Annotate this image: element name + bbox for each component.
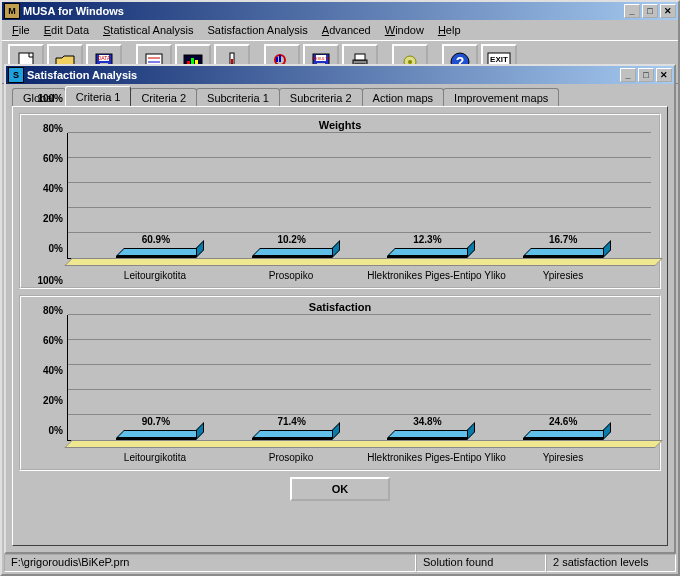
x-axis-label: Leitourgikotita (95, 452, 215, 463)
satisfaction-y-axis: 0% 20% 40% 60% 80% 100% (29, 315, 67, 465)
bar-value-label: 16.7% (549, 234, 577, 245)
weights-y-axis: 0% 20% 40% 60% 80% 100% (29, 133, 67, 283)
tab-subcriteria-2[interactable]: Subcriteria 2 (279, 88, 363, 106)
svg-rect-26 (355, 54, 365, 60)
bar: 10.2% (232, 256, 351, 258)
weights-chart: Weights 0% 20% 40% 60% 80% 100% (19, 113, 661, 289)
menu-file[interactable]: File (6, 22, 36, 38)
svg-text:DATA: DATA (98, 55, 111, 61)
menu-statistical-analysis[interactable]: Statistical Analysis (97, 22, 200, 38)
child-close-button[interactable]: ✕ (656, 68, 672, 82)
tab-bar: Global Criteria 1 Criteria 2 Subcriteria… (12, 88, 668, 106)
x-axis-label: Prosopiko (231, 270, 351, 281)
child-title: Satisfaction Analysis (27, 69, 137, 81)
bar: 24.6% (503, 438, 622, 440)
bar: 12.3% (368, 256, 487, 258)
bar-value-label: 24.6% (549, 416, 577, 427)
bar-value-label: 12.3% (413, 234, 441, 245)
menu-advanced[interactable]: Advanced (316, 22, 377, 38)
tab-improvement-maps[interactable]: Improvement maps (443, 88, 559, 106)
titlebar: M MUSA for Windows _ □ ✕ (2, 2, 678, 20)
child-titlebar: S Satisfaction Analysis _ □ ✕ (6, 66, 674, 84)
mdi-area: S Satisfaction Analysis _ □ ✕ Global Cri… (4, 64, 676, 554)
bar-value-label: 90.7% (142, 416, 170, 427)
child-maximize-button[interactable]: □ (638, 68, 654, 82)
x-axis-label: Leitourgikotita (95, 270, 215, 281)
weights-x-labels: LeitourgikotitaProsopikoHlektronikes Pig… (67, 270, 651, 281)
statusbar: F:\grigoroudis\BiKeP.prn Solution found … (4, 554, 676, 572)
satisfaction-x-labels: LeitourgikotitaProsopikoHlektronikes Pig… (67, 452, 651, 463)
svg-text:EXIT: EXIT (490, 55, 508, 64)
bar: 16.7% (503, 256, 622, 258)
ok-button[interactable]: OK (290, 477, 390, 501)
tab-content: Weights 0% 20% 40% 60% 80% 100% (12, 106, 668, 546)
menu-edit-data[interactable]: Edit Data (38, 22, 95, 38)
x-axis-label: Hlektronikes Piges-Entipo Yliko (367, 270, 487, 281)
svg-rect-19 (276, 57, 278, 62)
satisfaction-plot: 90.7% 71.4% 34.8% 24.6% (67, 315, 651, 441)
x-axis-label: Prosopiko (231, 452, 351, 463)
menu-window[interactable]: Window (379, 22, 430, 38)
bar: 71.4% (232, 438, 351, 440)
bar: 60.9% (96, 256, 215, 258)
menu-help[interactable]: Help (432, 22, 467, 38)
main-window: M MUSA for Windows _ □ ✕ File Edit Data … (0, 0, 680, 576)
tab-criteria-2[interactable]: Criteria 2 (130, 88, 197, 106)
weights-chart-title: Weights (29, 119, 651, 131)
bar-value-label: 34.8% (413, 416, 441, 427)
status-solution: Solution found (416, 554, 546, 572)
bar-value-label: 71.4% (277, 416, 305, 427)
child-icon: S (8, 67, 24, 83)
weights-plot: 60.9% 10.2% 12.3% 16.7% (67, 133, 651, 259)
satisfaction-chart: Satisfaction 0% 20% 40% 60% 80% 100% (19, 295, 661, 471)
close-button[interactable]: ✕ (660, 4, 676, 18)
tab-action-maps[interactable]: Action maps (362, 88, 445, 106)
svg-rect-20 (279, 55, 281, 62)
status-path: F:\grigoroudis\BiKeP.prn (4, 554, 416, 572)
app-icon: M (4, 3, 20, 19)
child-window: S Satisfaction Analysis _ □ ✕ Global Cri… (4, 64, 676, 554)
satisfaction-chart-title: Satisfaction (29, 301, 651, 313)
window-title: MUSA for Windows (23, 5, 124, 17)
x-axis-label: Ypiresies (503, 270, 623, 281)
bar-value-label: 10.2% (277, 234, 305, 245)
child-minimize-button[interactable]: _ (620, 68, 636, 82)
tab-subcriteria-1[interactable]: Subcriteria 1 (196, 88, 280, 106)
svg-text:RESULTS: RESULTS (312, 56, 330, 61)
x-axis-label: Ypiresies (503, 452, 623, 463)
menu-satisfaction-analysis[interactable]: Satisfaction Analysis (202, 22, 314, 38)
status-levels: 2 satisfaction levels (546, 554, 676, 572)
bar: 34.8% (368, 438, 487, 440)
bar-value-label: 60.9% (142, 234, 170, 245)
bar: 90.7% (96, 438, 215, 440)
menubar: File Edit Data Statistical Analysis Sati… (2, 20, 678, 40)
maximize-button[interactable]: □ (642, 4, 658, 18)
minimize-button[interactable]: _ (624, 4, 640, 18)
x-axis-label: Hlektronikes Piges-Entipo Yliko (367, 452, 487, 463)
tab-criteria-1[interactable]: Criteria 1 (65, 86, 132, 106)
